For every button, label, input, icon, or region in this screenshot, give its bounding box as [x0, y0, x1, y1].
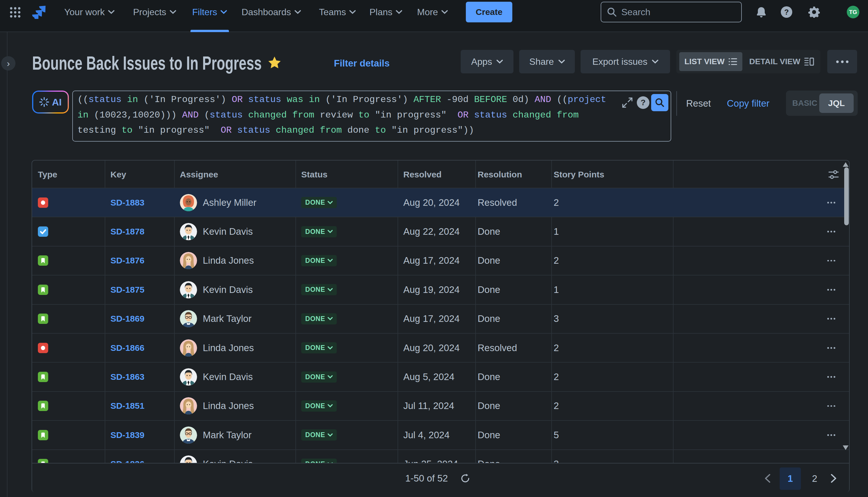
svg-text:?: ?: [784, 8, 789, 16]
